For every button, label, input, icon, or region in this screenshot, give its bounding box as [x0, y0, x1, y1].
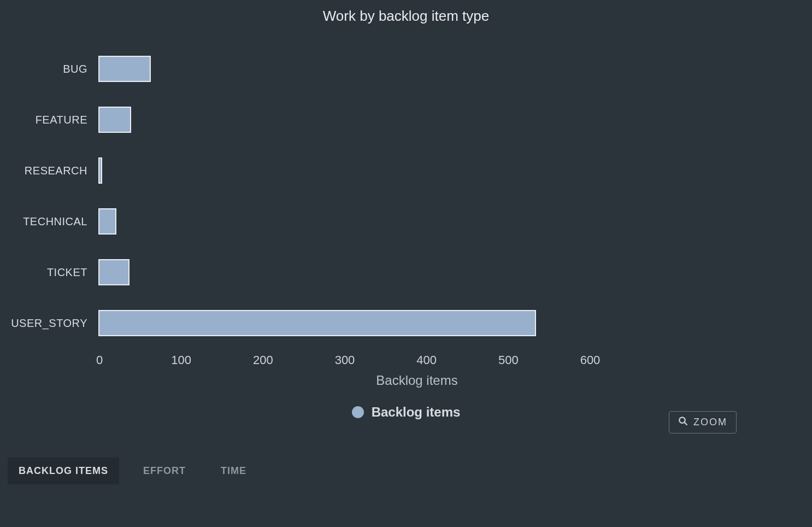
- category-label: FEATURE: [0, 114, 98, 126]
- chart-row: TICKET: [0, 259, 812, 285]
- x-tick: 200: [253, 353, 273, 367]
- search-icon: [678, 416, 688, 429]
- bar-track: [98, 56, 589, 82]
- category-label: TICKET: [0, 266, 98, 279]
- chart-row: USER_STORY: [0, 310, 812, 336]
- bar[interactable]: [98, 310, 536, 336]
- svg-point-0: [679, 417, 685, 423]
- bar-track: [98, 157, 589, 184]
- chart-row: TECHNICAL: [0, 208, 812, 235]
- legend-label: Backlog items: [372, 405, 461, 420]
- plot-area: BUGFEATURERESEARCHTECHNICALTICKETUSER_ST…: [0, 44, 812, 350]
- chart-row: RESEARCH: [0, 157, 812, 184]
- category-label: BUG: [0, 63, 98, 75]
- x-tick: 100: [171, 353, 191, 367]
- bar[interactable]: [98, 56, 151, 82]
- category-label: TECHNICAL: [0, 215, 98, 228]
- tab-label: BACKLOG ITEMS: [19, 465, 108, 476]
- chart-row: FEATURE: [0, 107, 812, 133]
- tab-effort[interactable]: EFFORT: [132, 458, 197, 484]
- x-tick: 0: [96, 353, 103, 367]
- category-label: USER_STORY: [0, 317, 98, 330]
- bar-track: [98, 208, 589, 235]
- bar-track: [98, 310, 589, 336]
- chart-region: BUGFEATURERESEARCHTECHNICALTICKETUSER_ST…: [0, 33, 812, 383]
- bar[interactable]: [98, 107, 131, 133]
- x-tick: 500: [498, 353, 519, 367]
- zoom-label: ZOOM: [693, 417, 727, 428]
- x-axis-label: Backlog items: [0, 373, 812, 388]
- x-tick: 400: [416, 353, 437, 367]
- tab-time[interactable]: TIME: [210, 458, 257, 484]
- tabs: BACKLOG ITEMS EFFORT TIME: [8, 458, 257, 484]
- bar-track: [98, 259, 589, 285]
- bar[interactable]: [98, 208, 116, 235]
- tab-label: TIME: [221, 465, 246, 476]
- bar[interactable]: [98, 259, 130, 285]
- bar[interactable]: [98, 157, 102, 184]
- bar-track: [98, 107, 589, 133]
- zoom-button[interactable]: ZOOM: [669, 411, 737, 434]
- chart-title: Work by backlog item type: [0, 0, 812, 25]
- tab-backlog-items[interactable]: BACKLOG ITEMS: [8, 458, 119, 484]
- x-tick: 600: [580, 353, 601, 367]
- x-tick: 300: [335, 353, 355, 367]
- tab-label: EFFORT: [143, 465, 186, 476]
- svg-line-1: [684, 422, 687, 425]
- chart-row: BUG: [0, 56, 812, 82]
- legend-swatch-icon: [352, 406, 364, 418]
- category-label: RESEARCH: [0, 165, 98, 177]
- legend-item: Backlog items: [352, 405, 461, 420]
